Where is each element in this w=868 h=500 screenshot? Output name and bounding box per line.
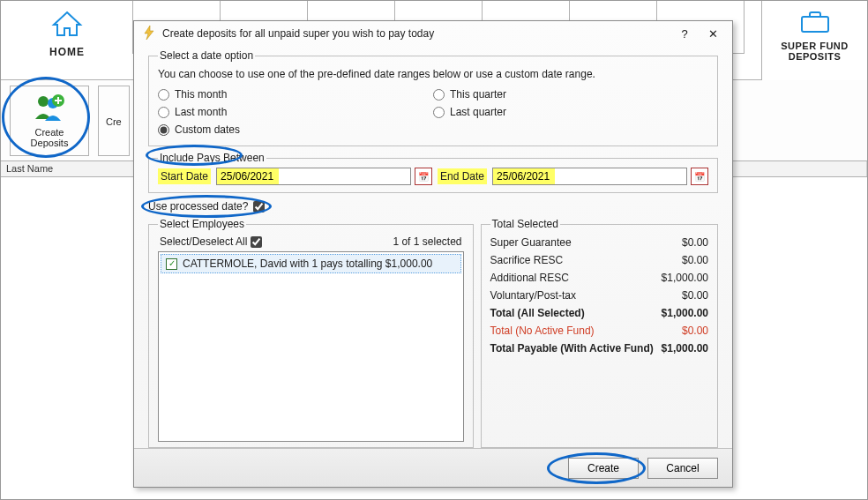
dialog-title: Create deposits for all unpaid super you… bbox=[162, 27, 667, 40]
radio-last-quarter[interactable]: Last quarter bbox=[433, 103, 708, 121]
calendar-icon[interactable]: 📅 bbox=[691, 168, 708, 185]
start-date-input[interactable] bbox=[216, 168, 411, 185]
lightning-icon bbox=[143, 26, 155, 42]
row-sacrifice-resc: Sacrifice RESC$0.00 bbox=[490, 251, 709, 269]
briefcase-icon bbox=[766, 10, 864, 37]
row-total-all: Total (All Selected)$1,000.00 bbox=[490, 304, 709, 322]
dialog-footer: Create Cancel bbox=[134, 448, 732, 487]
toolbar-item-label: Cre bbox=[106, 116, 122, 127]
svg-point-1 bbox=[38, 96, 49, 107]
include-pays-group: Include Pays Between Start Date 📅 End Da… bbox=[148, 152, 718, 193]
tab-home-label: HOME bbox=[1, 46, 133, 58]
total-selected-group: Total Selected Super Guarantee$0.00 Sacr… bbox=[481, 218, 719, 448]
svg-rect-0 bbox=[802, 17, 828, 32]
employee-list[interactable]: ✓ CATTERMOLE, David with 1 pays totallin… bbox=[158, 251, 464, 442]
employee-row-text: CATTERMOLE, David with 1 pays totalling … bbox=[183, 257, 432, 270]
create-deposits-label: Create Deposits bbox=[31, 127, 69, 148]
total-selected-legend: Total Selected bbox=[490, 218, 560, 230]
start-date-label: Start Date bbox=[158, 168, 211, 184]
radio-this-month[interactable]: This month bbox=[158, 86, 433, 103]
row-additional-resc: Additional RESC$1,000.00 bbox=[490, 269, 709, 287]
create-deposits-dialog: Create deposits for all unpaid super you… bbox=[133, 20, 733, 488]
date-option-group: Select a date option You can choose to u… bbox=[148, 49, 718, 146]
row-total-payable: Total Payable (With Active Fund)$1,000.0… bbox=[490, 340, 709, 357]
cancel-button[interactable]: Cancel bbox=[647, 458, 718, 479]
date-option-legend: Select a date option bbox=[158, 49, 255, 62]
people-plus-icon bbox=[32, 93, 67, 125]
tab-super-label: SUPER FUND DEPOSITS bbox=[766, 41, 864, 62]
check-icon[interactable]: ✓ bbox=[166, 258, 177, 270]
home-icon bbox=[1, 10, 133, 41]
use-processed-label: Use processed date? bbox=[148, 200, 248, 213]
select-all-toggle[interactable]: Select/Deselect All bbox=[160, 235, 262, 248]
selection-count: 1 of 1 selected bbox=[393, 235, 461, 248]
help-button[interactable]: ? bbox=[674, 25, 695, 42]
radio-custom-dates[interactable]: Custom dates bbox=[158, 121, 708, 138]
tab-home[interactable]: HOME bbox=[1, 1, 133, 58]
radio-this-quarter[interactable]: This quarter bbox=[433, 86, 708, 103]
close-button[interactable]: ✕ bbox=[702, 25, 723, 42]
include-pays-legend: Include Pays Between bbox=[158, 152, 266, 164]
end-date-label: End Date bbox=[438, 168, 487, 184]
dialog-titlebar: Create deposits for all unpaid super you… bbox=[134, 21, 732, 46]
create-button[interactable]: Create bbox=[568, 458, 639, 479]
select-employees-legend: Select Employees bbox=[158, 218, 246, 230]
row-voluntary: Voluntary/Post-tax$0.00 bbox=[490, 287, 709, 304]
radio-last-month[interactable]: Last month bbox=[158, 103, 433, 121]
row-no-active-fund: Total (No Active Fund)$0.00 bbox=[490, 322, 709, 340]
toolbar-item[interactable]: Cre bbox=[98, 86, 130, 156]
create-deposits-button[interactable]: Create Deposits bbox=[10, 86, 89, 156]
end-date-input[interactable] bbox=[492, 168, 687, 185]
calendar-icon[interactable]: 📅 bbox=[415, 168, 432, 185]
row-super-guarantee: Super Guarantee$0.00 bbox=[490, 234, 709, 251]
date-option-desc: You can choose to use one of the pre-def… bbox=[158, 68, 708, 80]
employee-row[interactable]: ✓ CATTERMOLE, David with 1 pays totallin… bbox=[161, 254, 461, 273]
select-employees-group: Select Employees Select/Deselect All 1 o… bbox=[148, 218, 474, 448]
tab-super-fund-deposits[interactable]: SUPER FUND DEPOSITS bbox=[761, 1, 867, 80]
use-processed-checkbox[interactable] bbox=[253, 201, 265, 213]
